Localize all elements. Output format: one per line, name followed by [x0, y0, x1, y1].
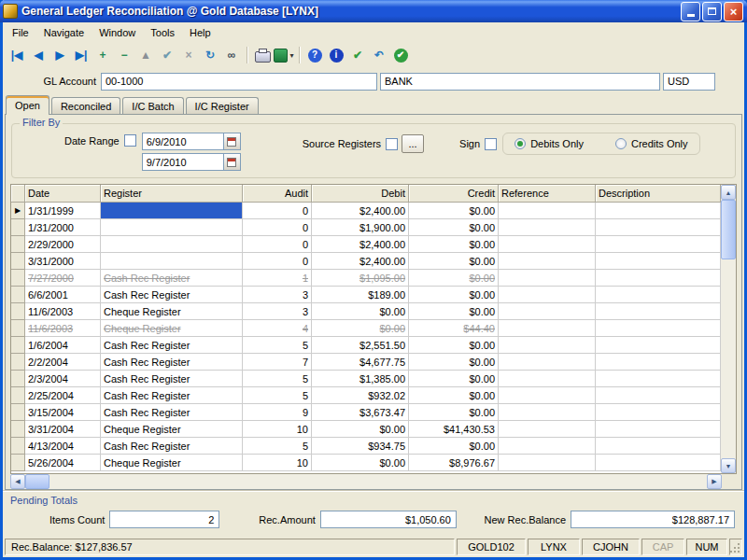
column-header-description[interactable]: Description	[596, 185, 721, 203]
cell-date[interactable]: 11/6/2003	[25, 320, 101, 337]
first-record-button[interactable]: |◀	[7, 45, 27, 65]
delete-record-button[interactable]: −	[114, 45, 134, 65]
cell-date[interactable]: 2/2/2004	[25, 354, 101, 371]
debits-only-radio[interactable]	[514, 138, 526, 149]
cell-date[interactable]: 5/26/2004	[25, 455, 101, 471]
cell-audit[interactable]: 10	[243, 455, 312, 471]
vertical-scroll-track[interactable]	[721, 259, 736, 458]
resize-grip[interactable]	[729, 539, 742, 555]
source-registers-browse-button[interactable]: ...	[402, 134, 424, 153]
menu-file[interactable]: File	[5, 25, 36, 40]
cell-date[interactable]: 1/31/1999	[25, 203, 101, 219]
cell-debit[interactable]: $3,673.47	[312, 404, 409, 421]
cell-audit[interactable]: 9	[243, 404, 312, 421]
view-records-button[interactable]: ∞	[221, 45, 242, 65]
cell-debit[interactable]: $0.00	[312, 455, 409, 471]
cell-reference[interactable]	[499, 303, 596, 320]
date-to-calendar-button[interactable]	[224, 153, 241, 171]
table-row[interactable]: 2/25/2004Cash Rec Register5$932.02$0.00	[11, 387, 721, 404]
close-button[interactable]: ×	[724, 2, 743, 21]
menu-navigate[interactable]: Navigate	[36, 25, 92, 40]
source-registers-checkbox[interactable]	[386, 138, 398, 150]
cell-reference[interactable]	[499, 421, 596, 438]
currency-field[interactable]: USD	[663, 73, 715, 91]
cell-credit[interactable]: $44.40	[409, 320, 499, 337]
cell-reference[interactable]	[499, 236, 596, 253]
cell-audit[interactable]: 0	[243, 203, 312, 219]
menu-window[interactable]: Window	[92, 25, 143, 40]
horizontal-scroll-track[interactable]	[49, 474, 707, 489]
cell-audit[interactable]: 5	[243, 337, 312, 354]
maximize-button[interactable]	[702, 2, 722, 21]
cell-register[interactable]: Cheque Register	[101, 303, 243, 320]
new-rec-balance-field[interactable]: $128,887.17	[571, 511, 735, 528]
cell-audit[interactable]: 5	[243, 371, 312, 387]
cell-register[interactable]: Cash Rec Register	[101, 287, 243, 303]
row-selector[interactable]	[11, 270, 25, 287]
table-row[interactable]: 6/6/2001Cash Rec Register3$189.00$0.00	[11, 287, 721, 303]
row-selector[interactable]	[11, 303, 25, 320]
cell-debit[interactable]: $0.00	[312, 303, 409, 320]
cell-register[interactable]: Cheque Register	[101, 455, 243, 471]
cell-reference[interactable]	[499, 371, 596, 387]
cell-register[interactable]: Cash Rec Register	[101, 337, 243, 354]
table-row[interactable]: 3/31/20000$2,400.00$0.00	[11, 253, 721, 270]
vertical-scroll-thumb[interactable]	[721, 200, 736, 259]
cell-register[interactable]: Cash Rec Register	[101, 404, 243, 421]
horizontal-scroll-thumb[interactable]	[25, 474, 49, 489]
table-row[interactable]: 11/6/2003Cheque Register3$0.00$0.00	[11, 303, 721, 320]
row-selector[interactable]	[11, 387, 25, 404]
column-header-date[interactable]: Date	[25, 185, 101, 203]
cell-credit[interactable]: $0.00	[409, 404, 499, 421]
row-selector[interactable]	[11, 236, 25, 253]
cell-description[interactable]	[596, 387, 721, 404]
cell-debit[interactable]: $189.00	[312, 287, 409, 303]
column-header-credit[interactable]: Credit	[409, 185, 499, 203]
table-row[interactable]: 3/31/2004Cheque Register10$0.00$41,430.5…	[11, 421, 721, 438]
cell-reference[interactable]	[499, 354, 596, 371]
last-record-button[interactable]: ▶|	[71, 45, 92, 65]
column-header-audit[interactable]: Audit	[243, 185, 312, 203]
row-selector[interactable]	[11, 320, 25, 337]
row-selector[interactable]	[11, 219, 25, 236]
cell-date[interactable]: 3/15/2004	[25, 404, 101, 421]
edit-record-button[interactable]: ▲	[135, 45, 156, 65]
cell-date[interactable]: 1/6/2004	[25, 337, 101, 354]
menu-tools[interactable]: Tools	[143, 25, 182, 40]
row-selector[interactable]	[11, 337, 25, 354]
cell-reference[interactable]	[499, 203, 596, 219]
table-row[interactable]: 7/27/2000Cash Rec Register1$1,095.00$0.0…	[11, 270, 721, 287]
cell-credit[interactable]: $0.00	[409, 371, 499, 387]
cell-credit[interactable]: $0.00	[409, 438, 499, 455]
date-to-field[interactable]: 9/7/2010	[142, 153, 224, 171]
cell-date[interactable]: 4/13/2004	[25, 438, 101, 455]
cell-reference[interactable]	[499, 219, 596, 236]
cell-audit[interactable]: 3	[243, 287, 312, 303]
cell-description[interactable]	[596, 438, 721, 455]
cell-register[interactable]	[101, 236, 243, 253]
cell-description[interactable]	[596, 354, 721, 371]
help-button[interactable]: ?	[304, 45, 325, 65]
table-row[interactable]: 2/29/20000$2,400.00$0.00	[11, 236, 721, 253]
rec-amount-field[interactable]: $1,050.60	[320, 511, 457, 528]
table-row[interactable]: 2/2/2004Cash Rec Register7$4,677.75$0.00	[11, 354, 721, 371]
menu-help[interactable]: Help	[182, 25, 218, 40]
row-selector[interactable]	[11, 371, 25, 387]
cell-audit[interactable]: 1	[243, 270, 312, 287]
row-selector[interactable]	[11, 253, 25, 270]
scroll-down-button[interactable]: ▼	[721, 458, 736, 473]
cell-credit[interactable]: $0.00	[409, 236, 499, 253]
undo-button[interactable]: ↶	[369, 45, 389, 65]
cell-audit[interactable]: 0	[243, 219, 312, 236]
refresh-button[interactable]: ↻	[200, 45, 220, 65]
print-button[interactable]	[252, 45, 273, 65]
column-header-debit[interactable]: Debit	[312, 185, 409, 203]
scroll-up-button[interactable]: ▲	[721, 185, 736, 200]
vertical-scrollbar[interactable]: ▲ ▼	[721, 185, 736, 473]
tab-i-c-batch[interactable]: I/C Batch	[122, 97, 183, 114]
cell-reference[interactable]	[499, 455, 596, 471]
cell-description[interactable]	[596, 203, 721, 219]
cell-audit[interactable]: 0	[243, 253, 312, 270]
row-selector[interactable]	[11, 287, 25, 303]
cell-description[interactable]	[596, 270, 721, 287]
